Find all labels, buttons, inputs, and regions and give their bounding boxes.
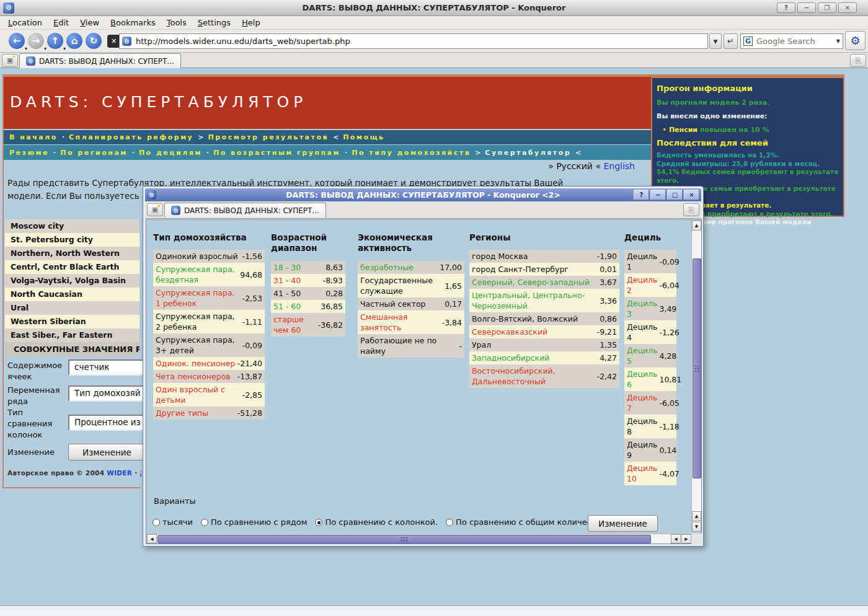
nav-item[interactable]: < bbox=[575, 149, 581, 157]
scroll-down-icon[interactable]: ▼ bbox=[692, 522, 701, 532]
new-tab-button[interactable]: ▣ bbox=[2, 54, 18, 67]
row-label: Частный сектор bbox=[360, 299, 443, 309]
restore-button[interactable]: ❐ bbox=[818, 2, 836, 13]
nav-item[interactable]: · bbox=[62, 133, 64, 141]
konqueror-gear-button[interactable]: ⚙ bbox=[845, 31, 866, 50]
comparison-type-select[interactable]: Процентное из bbox=[68, 415, 149, 431]
wider-link[interactable]: WIDER bbox=[107, 469, 132, 477]
scroll-left-icon[interactable]: ◀ bbox=[671, 534, 681, 543]
nav-item[interactable]: Спланировать реформу bbox=[69, 133, 193, 141]
table-row: Чета пенсионеров -13,87 bbox=[153, 370, 265, 383]
radio-icon[interactable] bbox=[446, 519, 453, 526]
detach-tab-button[interactable]: ⎘ bbox=[683, 203, 699, 216]
comparison-radio-option[interactable]: По сравнению с общим количеством bbox=[446, 517, 612, 527]
apply-change-button[interactable]: Изменение bbox=[588, 515, 658, 532]
menu-item[interactable]: Tools bbox=[161, 18, 192, 27]
row-value: 3,67 bbox=[598, 277, 617, 288]
radio-icon[interactable] bbox=[201, 519, 208, 526]
nav-item[interactable]: · bbox=[53, 149, 56, 157]
comparison-radio-option[interactable]: По сравнению с колонкой. bbox=[315, 517, 438, 527]
window2-active-tab[interactable]: ⚙ DARTS: ВЫВОД ДАННЫХ: СУПЕРТ... bbox=[164, 203, 326, 218]
nav-item[interactable]: Просмотр результатов bbox=[208, 133, 329, 141]
vertical-scrollbar[interactable]: ▲ ▲ ▼ bbox=[691, 221, 701, 532]
nav-item[interactable]: > bbox=[475, 149, 480, 157]
help-button[interactable]: ? bbox=[777, 2, 795, 13]
radio-label: тысячи bbox=[162, 517, 193, 527]
konqueror-app-icon: ⚙ bbox=[147, 190, 156, 200]
maximize-button[interactable]: □ bbox=[667, 190, 683, 200]
nav-item[interactable]: Помощь bbox=[343, 133, 384, 141]
credibility-link[interactable]: Достове bbox=[140, 469, 141, 477]
nav-item[interactable]: Супертабулятор bbox=[485, 149, 571, 157]
comparison-radio-option[interactable]: тысячи bbox=[153, 517, 193, 527]
lang-english-link[interactable]: English bbox=[603, 161, 635, 171]
reload-icon[interactable]: ↻ bbox=[86, 33, 102, 49]
menu-item[interactable]: Edit bbox=[48, 18, 74, 27]
nav-item[interactable]: По возрастным группам bbox=[213, 149, 340, 157]
table-row: Дециль 1 -0,09 bbox=[624, 250, 676, 273]
stop-icon[interactable]: ✕ bbox=[107, 35, 120, 48]
scroll-right-icon[interactable]: ▶ bbox=[681, 534, 691, 543]
menu-item[interactable]: Bookmarks bbox=[105, 18, 161, 27]
nav-item[interactable]: По децилям bbox=[139, 149, 202, 157]
table-row: Супружеская пара, 2 ребенка -1,11 bbox=[153, 310, 265, 333]
scroll-up-icon[interactable]: ▲ bbox=[692, 511, 701, 521]
google-search-input[interactable] bbox=[755, 36, 834, 46]
nav-item[interactable]: В начало bbox=[9, 133, 58, 141]
row-label: Другие типы bbox=[156, 408, 236, 418]
forward-icon[interactable]: → bbox=[28, 33, 44, 49]
up-icon[interactable]: ↑ bbox=[47, 33, 63, 49]
row-value: 36,85 bbox=[319, 301, 343, 312]
row-value: -3,84 bbox=[440, 317, 462, 328]
row-label: Супружеская пара, 3+ детей bbox=[156, 335, 241, 356]
minimize-button[interactable]: − bbox=[797, 2, 816, 13]
url-bar[interactable]: ⚙ bbox=[119, 33, 708, 49]
nav-item[interactable]: По регионам bbox=[60, 149, 127, 157]
nav-item[interactable]: · bbox=[345, 149, 347, 157]
table-row: Работающие не по найму - bbox=[358, 334, 464, 358]
new-tab-button[interactable]: ▣ bbox=[147, 203, 163, 216]
window1-active-tab[interactable]: ⚙ DARTS: ВЫВОД ДАННЫХ: СУПЕРТ... bbox=[19, 53, 181, 68]
scroll-left-icon[interactable]: ◀ bbox=[147, 534, 157, 543]
nav-item[interactable]: · bbox=[132, 149, 135, 157]
google-search-box[interactable]: G ▼ bbox=[740, 33, 843, 49]
window1-title: DARTS: ВЫВОД ДАННЫХ: СУПЕРТАБУЛЯТОР - Ko… bbox=[0, 3, 868, 12]
nav-item[interactable]: Резюме bbox=[9, 149, 49, 157]
url-dropdown-button[interactable]: ▼ bbox=[709, 33, 722, 49]
nav-item[interactable]: > bbox=[198, 133, 203, 141]
radio-icon[interactable] bbox=[315, 519, 322, 526]
close-button[interactable]: ✕ bbox=[838, 2, 857, 13]
menu-item[interactable]: Location bbox=[2, 18, 48, 27]
nav-item[interactable]: По типу домохозяйств bbox=[352, 149, 471, 157]
help-button[interactable]: ? bbox=[634, 190, 649, 200]
window1-titlebar[interactable]: ⚙ DARTS: ВЫВОД ДАННЫХ: СУПЕРТАБУЛЯТОР - … bbox=[0, 0, 868, 16]
window2-titlebar[interactable]: ⚙ DARTS: ВЫВОД ДАННЫХ: СУПЕРТАБУЛЯТОР - … bbox=[145, 188, 701, 201]
scroll-up-icon[interactable]: ▲ bbox=[692, 221, 701, 231]
minimize-button[interactable]: − bbox=[650, 190, 666, 200]
table-row: город Москва -1,90 bbox=[469, 250, 619, 263]
search-dropdown-icon[interactable]: ▼ bbox=[836, 38, 840, 44]
menu-item[interactable]: View bbox=[74, 18, 105, 27]
url-input[interactable] bbox=[135, 36, 705, 46]
horizontal-scrollbar[interactable]: ◀ ◀ ▶ bbox=[147, 534, 691, 543]
bullet-icon: • bbox=[662, 126, 666, 134]
row-variable-select[interactable]: Тип домохозяй bbox=[68, 385, 149, 402]
nav-item[interactable]: · bbox=[206, 149, 209, 157]
menu-item[interactable]: Settings bbox=[192, 18, 236, 27]
go-button[interactable]: ↵ bbox=[724, 33, 738, 49]
window2[interactable]: ⚙ DARTS: ВЫВОД ДАННЫХ: СУПЕРТАБУЛЯТОР - … bbox=[143, 186, 704, 547]
menu-item[interactable]: Help bbox=[236, 18, 266, 27]
home-icon[interactable]: ⌂ bbox=[66, 33, 82, 49]
comparison-radio-option[interactable]: По сравнению с рядом bbox=[201, 517, 308, 527]
table-row: 51 - 60 36,85 bbox=[271, 300, 345, 313]
nav-item[interactable]: < bbox=[333, 133, 339, 141]
close-button[interactable]: ✕ bbox=[684, 190, 699, 200]
row-value: 0,01 bbox=[598, 264, 617, 275]
cells-content-select[interactable]: счетчик bbox=[68, 359, 149, 376]
sidebar-change-button[interactable]: Изменение bbox=[68, 444, 146, 460]
detach-tab-button[interactable]: ⎘ bbox=[850, 54, 866, 67]
radio-icon[interactable] bbox=[153, 519, 160, 526]
back-icon[interactable]: ← bbox=[9, 33, 25, 49]
vertical-scrollbar-thumb[interactable] bbox=[693, 258, 701, 478]
horizontal-scrollbar-thumb[interactable] bbox=[157, 535, 651, 543]
